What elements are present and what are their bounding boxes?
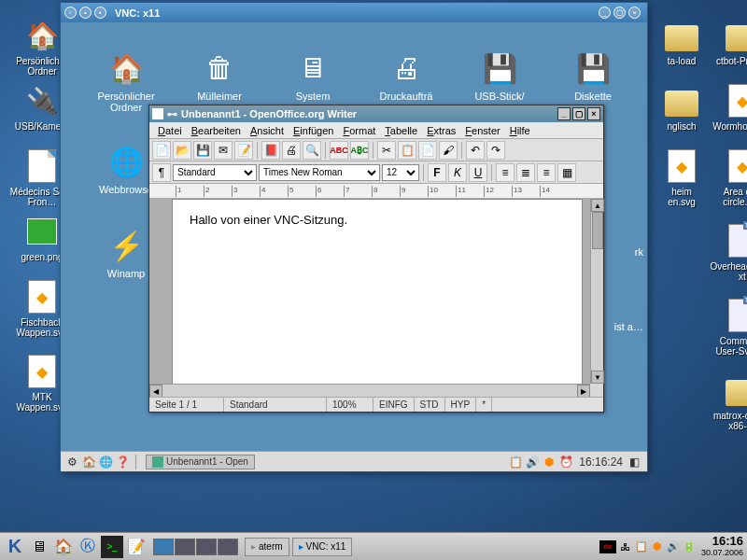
remote-icon-system[interactable]: 🖥System bbox=[274, 49, 352, 102]
status-zoom[interactable]: 100% bbox=[327, 398, 374, 412]
pager-desktop-3[interactable] bbox=[196, 539, 217, 555]
oo-ruler[interactable]: 1234567891011121314 bbox=[149, 184, 603, 199]
remote-konqueror-button[interactable]: 🌐 bbox=[98, 455, 113, 469]
status-selection-mode[interactable]: STD bbox=[415, 398, 445, 412]
italic-button[interactable]: K bbox=[448, 163, 467, 182]
tray-network-icon[interactable]: 🖧 bbox=[619, 540, 632, 553]
redo-button[interactable]: ↷ bbox=[486, 141, 505, 160]
konqueror-button[interactable]: Ⓚ bbox=[77, 536, 99, 558]
menu-fenster[interactable]: Fenster bbox=[460, 125, 504, 136]
remote-tray-updates-icon[interactable]: ⬢ bbox=[542, 455, 557, 469]
desktop-icon-overhead-wiki-txt[interactable]: Overhead.wiki.txt bbox=[710, 222, 747, 282]
paste-button[interactable]: 📄 bbox=[418, 141, 437, 160]
status-insert-mode[interactable]: EINFG bbox=[374, 398, 415, 412]
remote-tray-clipboard-icon[interactable]: 📋 bbox=[508, 455, 523, 469]
desktop-icon-ta-load[interactable]: ta-load bbox=[658, 17, 705, 66]
oo-maximize-button[interactable]: ▢ bbox=[572, 107, 585, 120]
remote-clock[interactable]: 16:16:24 bbox=[579, 455, 623, 469]
home-button[interactable]: 🏠 bbox=[52, 536, 75, 558]
kwrite-button[interactable]: 📝 bbox=[125, 536, 148, 558]
desktop-icon-ctbot-projekt[interactable]: ctbot-Projekt bbox=[710, 17, 747, 66]
oo-vertical-scrollbar[interactable]: ▲ ▼ bbox=[590, 199, 603, 384]
tray-clipboard-icon[interactable]: 📋 bbox=[635, 540, 648, 553]
remote-kmenu-button[interactable]: ⚙ bbox=[64, 455, 79, 469]
vnc-titlebar[interactable]: ◦ • ▪ VNC: x11 _ ▢ × bbox=[61, 3, 647, 22]
scroll-right-button[interactable]: ▶ bbox=[577, 385, 590, 398]
terminal-button[interactable]: >_ bbox=[101, 536, 123, 558]
taskbar-task-vnc-x11[interactable]: ▸VNC: x11 bbox=[292, 538, 353, 556]
remote-tray-corner-icon[interactable]: ◧ bbox=[627, 455, 641, 469]
remote-icon-diskette[interactable]: 💾Diskette bbox=[554, 49, 632, 102]
scroll-thumb[interactable] bbox=[592, 212, 603, 249]
tray-sound-icon[interactable]: 🔊 bbox=[667, 540, 680, 553]
remote-icon-pers-nlicher-ordner[interactable]: 🏠Persönlicher Ordner bbox=[87, 49, 165, 113]
taskbar-clock[interactable]: 16:16 30.07.2006 bbox=[701, 535, 743, 557]
open-button[interactable]: 📂 bbox=[173, 141, 191, 160]
oo-titlebar[interactable]: ⊷ Unbenannt1 - OpenOffice.org Writer _ ▢… bbox=[149, 105, 603, 122]
new-doc-button[interactable]: 📄 bbox=[152, 141, 171, 160]
remote-taskbar-task[interactable]: Unbenannt1 - Open bbox=[146, 455, 255, 469]
menu-datei[interactable]: Datei bbox=[153, 125, 187, 136]
print-button[interactable]: 🖨 bbox=[282, 141, 301, 160]
desktop-icon-area-of-a-circle-svg[interactable]: ◆Area of a circle.svg bbox=[710, 147, 747, 207]
remote-icon-druckauftr-[interactable]: 🖨Druckaufträ bbox=[367, 49, 445, 102]
vnc-menu-button[interactable]: ◦ bbox=[64, 7, 77, 19]
menu-bearbeiten[interactable]: Bearbeiten bbox=[187, 125, 246, 136]
menu-einfügen[interactable]: Einfügen bbox=[289, 125, 338, 136]
tray-keyboard-layout-icon[interactable]: de bbox=[599, 540, 616, 553]
tray-battery-icon[interactable]: 🔋 bbox=[683, 540, 696, 553]
remote-help-button[interactable]: ❓ bbox=[115, 455, 130, 469]
desktop-icon-heim-en-svg[interactable]: ◆heim en.svg bbox=[658, 147, 705, 207]
scroll-left-button[interactable]: ◀ bbox=[149, 385, 162, 398]
oo-close-button[interactable]: × bbox=[587, 107, 600, 120]
scroll-up-button[interactable]: ▲ bbox=[591, 199, 604, 212]
preview-button[interactable]: 🔍 bbox=[303, 141, 321, 160]
edit-doc-button[interactable]: 📝 bbox=[234, 141, 253, 160]
remote-tray-speaker-icon[interactable]: 🔊 bbox=[525, 455, 540, 469]
desktop-icon-matrox-driver-x86-[interactable]: matrox-driver-x86-… bbox=[710, 371, 747, 431]
remote-icon-m-lleimer[interactable]: 🗑Mülleimer bbox=[180, 49, 259, 102]
email-button[interactable]: ✉ bbox=[214, 141, 233, 160]
auto-spellcheck-button[interactable]: AḆC bbox=[350, 141, 369, 160]
vnc-minimize-button[interactable]: _ bbox=[599, 7, 611, 19]
desktop-icon-nglisch[interactable]: nglisch bbox=[658, 82, 705, 132]
spellcheck-button[interactable]: ABC bbox=[330, 141, 348, 160]
menu-tabelle[interactable]: Tabelle bbox=[380, 125, 422, 136]
taskbar-task-aterm[interactable]: ▸aterm bbox=[245, 538, 289, 556]
oo-minimize-button[interactable]: _ bbox=[557, 107, 571, 120]
pager-desktop-4[interactable] bbox=[218, 539, 238, 555]
align-justify-button[interactable]: ▦ bbox=[557, 163, 576, 182]
show-desktop-button[interactable]: 🖥 bbox=[28, 536, 50, 558]
align-left-button[interactable]: ≡ bbox=[496, 163, 514, 182]
align-center-button[interactable]: ≣ bbox=[516, 163, 535, 182]
bold-button[interactable]: F bbox=[428, 163, 446, 182]
align-right-button[interactable]: ≡ bbox=[537, 163, 556, 182]
undo-button[interactable]: ↶ bbox=[466, 141, 485, 160]
menu-ansicht[interactable]: Ansicht bbox=[246, 125, 289, 136]
vnc-sticky-button[interactable]: • bbox=[79, 7, 92, 19]
remote-home-button[interactable]: 🏠 bbox=[81, 455, 96, 469]
underline-button[interactable]: U bbox=[469, 163, 487, 182]
vnc-close-button[interactable]: × bbox=[628, 7, 641, 19]
pager-desktop-2[interactable] bbox=[175, 539, 195, 555]
oo-horizontal-scrollbar[interactable]: ◀ ▶ bbox=[149, 384, 590, 397]
paragraph-style-select[interactable]: Standard bbox=[173, 164, 257, 181]
vnc-shade-button[interactable]: ▪ bbox=[94, 7, 106, 19]
pager-desktop-1[interactable] bbox=[153, 539, 174, 555]
cut-button[interactable]: ✂ bbox=[377, 141, 396, 160]
remote-tray-clock-icon[interactable]: ⏰ bbox=[558, 455, 573, 469]
scroll-down-button[interactable]: ▼ bbox=[591, 371, 604, 384]
vnc-maximize-button[interactable]: ▢ bbox=[613, 7, 626, 19]
save-button[interactable]: 💾 bbox=[193, 141, 212, 160]
styles-button[interactable]: ¶ bbox=[152, 163, 171, 182]
oo-page[interactable]: Hallo von einer VNC-Sitzung. bbox=[172, 199, 583, 384]
font-name-select[interactable]: Times New Roman bbox=[259, 164, 380, 181]
remote-icon-usb-stick-[interactable]: 💾USB-Stick/ bbox=[460, 49, 539, 102]
export-pdf-button[interactable]: 📕 bbox=[261, 141, 280, 160]
menu-extras[interactable]: Extras bbox=[422, 125, 460, 136]
font-size-select[interactable]: 12 bbox=[382, 164, 419, 181]
format-paint-button[interactable]: 🖌 bbox=[439, 141, 458, 160]
menu-format[interactable]: Format bbox=[338, 125, 380, 136]
menu-hilfe[interactable]: Hilfe bbox=[505, 125, 535, 136]
desktop-icon-wormhole-svg[interactable]: ◆Wormhole.svg bbox=[710, 82, 747, 132]
